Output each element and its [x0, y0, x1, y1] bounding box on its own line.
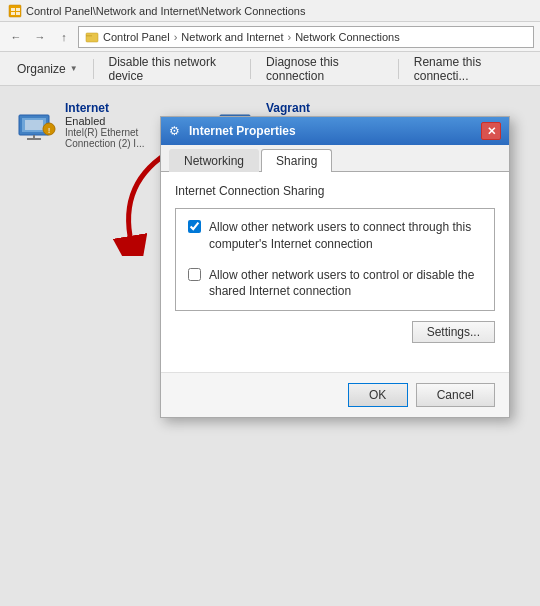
tab-networking[interactable]: Networking — [169, 149, 259, 172]
section-title: Internet Connection Sharing — [175, 184, 495, 198]
sharing-options-box: Allow other network users to connect thr… — [175, 208, 495, 311]
svg-rect-4 — [16, 12, 20, 15]
allow-control-checkbox[interactable] — [188, 268, 201, 281]
svg-rect-2 — [16, 8, 20, 11]
tab-sharing-label: Sharing — [276, 154, 317, 168]
title-bar-text: Control Panel\Network and Internet\Netwo… — [26, 5, 305, 17]
settings-row: Settings... — [175, 321, 495, 343]
tab-networking-label: Networking — [184, 154, 244, 168]
organize-button[interactable]: Organize ▼ — [8, 56, 87, 82]
address-path[interactable]: Control Panel › Network and Internet › N… — [78, 26, 534, 48]
cancel-label: Cancel — [437, 388, 474, 402]
path-part-1: Control Panel — [103, 31, 170, 43]
tab-sharing[interactable]: Sharing — [261, 149, 332, 172]
path-icon — [85, 30, 99, 44]
forward-button[interactable]: → — [30, 27, 50, 47]
checkbox-row-2: Allow other network users to control or … — [188, 267, 482, 301]
svg-rect-3 — [11, 12, 15, 15]
path-part-2: Network and Internet — [181, 31, 283, 43]
dialog-title-bar: ⚙ Internet Properties ✕ — [161, 117, 509, 145]
dialog-title-icon: ⚙ — [169, 124, 183, 138]
dialog-tabs: Networking Sharing — [161, 145, 509, 172]
internet-properties-dialog: ⚙ Internet Properties ✕ Networking Shari… — [160, 116, 510, 418]
dialog-close-button[interactable]: ✕ — [481, 122, 501, 140]
window-icon — [8, 4, 22, 18]
organize-label: Organize — [17, 62, 66, 76]
organize-arrow: ▼ — [70, 64, 78, 73]
ok-label: OK — [369, 388, 386, 402]
dialog-content: Internet Connection Sharing Allow other … — [161, 172, 509, 372]
svg-rect-5 — [86, 33, 98, 42]
allow-control-label[interactable]: Allow other network users to control or … — [209, 267, 482, 301]
up-button[interactable]: ↑ — [54, 27, 74, 47]
settings-button[interactable]: Settings... — [412, 321, 495, 343]
toolbar-sep-3 — [398, 59, 399, 79]
path-sep-2: › — [287, 31, 291, 43]
toolbar-sep-1 — [93, 59, 94, 79]
toolbar: Organize ▼ Disable this network device D… — [0, 52, 540, 86]
settings-label: Settings... — [427, 325, 480, 339]
disable-button[interactable]: Disable this network device — [100, 56, 245, 82]
allow-connect-checkbox[interactable] — [188, 220, 201, 233]
rename-label: Rename this connecti... — [414, 55, 523, 83]
title-bar: Control Panel\Network and Internet\Netwo… — [0, 0, 540, 22]
address-bar: ← → ↑ Control Panel › Network and Intern… — [0, 22, 540, 52]
disable-label: Disable this network device — [109, 55, 236, 83]
back-button[interactable]: ← — [6, 27, 26, 47]
dialog-title-text: Internet Properties — [189, 124, 475, 138]
path-part-3: Network Connections — [295, 31, 400, 43]
checkbox-row-1: Allow other network users to connect thr… — [188, 219, 482, 253]
diagnose-label: Diagnose this connection — [266, 55, 383, 83]
diagnose-button[interactable]: Diagnose this connection — [257, 56, 392, 82]
svg-rect-1 — [11, 8, 15, 11]
allow-connect-label[interactable]: Allow other network users to connect thr… — [209, 219, 482, 253]
path-sep-1: › — [174, 31, 178, 43]
toolbar-sep-2 — [250, 59, 251, 79]
content-area: ! Internet Enabled Intel(R) Ethernet Con… — [0, 86, 540, 606]
cancel-button[interactable]: Cancel — [416, 383, 495, 407]
close-icon: ✕ — [487, 125, 496, 138]
ok-button[interactable]: OK — [348, 383, 408, 407]
rename-button[interactable]: Rename this connecti... — [405, 56, 532, 82]
svg-rect-6 — [86, 35, 92, 37]
dialog-footer: OK Cancel — [161, 372, 509, 417]
